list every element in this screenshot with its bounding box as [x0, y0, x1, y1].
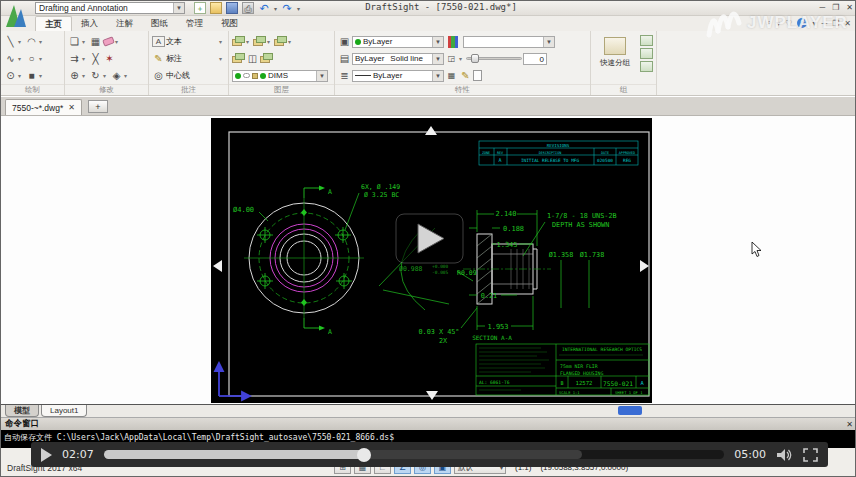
- edit-group-icon[interactable]: [640, 48, 653, 59]
- tab-insert[interactable]: 插入: [72, 16, 107, 31]
- text-dropdown-icon[interactable]: ▾: [219, 38, 225, 45]
- layer-isolate-icon[interactable]: [260, 53, 273, 64]
- layer-preview-icon[interactable]: ◫: [246, 52, 259, 65]
- search-dropdown-icon[interactable]: ▾: [776, 19, 780, 28]
- player-seek-bar[interactable]: [104, 450, 725, 459]
- line-color-dropdown-icon[interactable]: ▼: [432, 37, 443, 47]
- dimension-tool-label[interactable]: 标注: [166, 53, 182, 64]
- video-play-overlay[interactable]: [396, 214, 463, 263]
- ribbon-restore-icon[interactable]: ❐: [832, 19, 839, 28]
- color-picker-icon[interactable]: ▣: [338, 35, 351, 48]
- rotate-tool-icon[interactable]: ↻: [89, 69, 102, 82]
- new-document-tab-button[interactable]: +: [88, 100, 108, 113]
- help-icon[interactable]: ?: [797, 18, 807, 28]
- line-dropdown-icon[interactable]: ▾: [18, 38, 24, 45]
- rectangle-dropdown-icon[interactable]: ▾: [39, 72, 45, 79]
- line-tool-icon[interactable]: ╲: [4, 35, 17, 48]
- transparency-value[interactable]: 0: [523, 53, 547, 65]
- slider-thumb[interactable]: [471, 54, 479, 63]
- move-tool-icon[interactable]: ⊕: [68, 69, 81, 82]
- restore-icon[interactable]: ❐: [832, 3, 839, 13]
- ribbon-minimize-icon[interactable]: ─: [821, 19, 827, 28]
- workspace-selector[interactable]: Drafting and Annotation ▼: [35, 2, 185, 14]
- command-window-close-icon[interactable]: ✕: [846, 420, 853, 429]
- document-tab[interactable]: 7550-~*.dwg* ✕: [5, 99, 82, 115]
- ungroup-icon[interactable]: [640, 35, 653, 46]
- delete-dropdown-icon[interactable]: ▾: [115, 38, 121, 45]
- video-control-bar[interactable]: 02:07 05:00: [31, 442, 828, 467]
- fullscreen-icon[interactable]: [803, 448, 818, 462]
- centerline-tool-label[interactable]: 中心线: [166, 70, 190, 81]
- spline-dropdown-icon[interactable]: ▾: [18, 55, 24, 62]
- offset-dropdown-icon[interactable]: ▾: [82, 55, 88, 62]
- linestyle-dropdown-icon[interactable]: ▼: [432, 54, 443, 64]
- arc-dropdown-icon[interactable]: ▾: [39, 38, 45, 45]
- centerline-tool-icon[interactable]: ◎: [152, 69, 165, 82]
- dimension-dropdown-icon[interactable]: ▾: [219, 55, 225, 62]
- copy-tool-icon[interactable]: ❏: [68, 35, 81, 48]
- hatch-dropdown-icon[interactable]: ▼: [543, 37, 554, 47]
- tab-view[interactable]: 视图: [212, 16, 247, 31]
- tab-sheet[interactable]: 图纸: [142, 16, 177, 31]
- ellipse-dropdown-icon[interactable]: ▾: [39, 55, 45, 62]
- explode-tool-icon[interactable]: ✶: [103, 52, 116, 65]
- tab-model[interactable]: 模型: [5, 405, 39, 417]
- quick-group-label[interactable]: 快速分组: [594, 58, 636, 68]
- layer-state-dropdown-icon[interactable]: ▾: [267, 38, 273, 45]
- annotation-scale-icon[interactable]: ▦: [445, 69, 458, 82]
- layer-combo[interactable]: DIMS ▼: [232, 70, 328, 82]
- print-icon[interactable]: ⎙: [242, 2, 254, 14]
- linetype-icon[interactable]: ≣: [338, 69, 351, 82]
- layer-freeze-state-icon[interactable]: [243, 73, 250, 78]
- tab-home[interactable]: 主页: [35, 16, 72, 31]
- chevron-down-icon[interactable]: ▼: [173, 3, 184, 13]
- player-play-icon[interactable]: [41, 448, 52, 462]
- rectangle-tool-icon[interactable]: ■: [25, 69, 38, 82]
- offset-tool-icon[interactable]: ⇉: [68, 52, 81, 65]
- command-window-titlebar[interactable]: 命令窗口 ✕: [1, 417, 856, 430]
- text-tool-icon[interactable]: A: [152, 36, 165, 47]
- delete-tool-icon[interactable]: [102, 36, 115, 46]
- line-color-combo[interactable]: ByLayer ▼: [352, 36, 444, 48]
- properties-paint-icon[interactable]: ✎: [459, 69, 472, 82]
- layer-manager-dropdown-icon[interactable]: ▾: [246, 38, 252, 45]
- linestyle-combo[interactable]: ByLayer Solid line ▼: [352, 53, 444, 65]
- ribbon-close-icon[interactable]: ✕: [844, 19, 851, 28]
- search-icon[interactable]: ⌕: [767, 18, 771, 28]
- pattern-tool-icon[interactable]: ▦: [89, 35, 102, 48]
- tab-annotate[interactable]: 注解: [107, 16, 142, 31]
- layer-tools-icon[interactable]: [274, 36, 287, 47]
- heart-icon[interactable]: ♡: [785, 19, 792, 28]
- group-manager-icon[interactable]: [640, 61, 653, 72]
- rotate-dropdown-icon[interactable]: ▾: [103, 72, 109, 79]
- text-tool-label[interactable]: 文本: [166, 36, 182, 47]
- tab-layout1[interactable]: Layout1: [41, 405, 87, 417]
- new-file-icon[interactable]: ＋: [194, 2, 206, 14]
- trim-tool-icon[interactable]: ╳: [89, 52, 102, 65]
- layer-freeze-icon[interactable]: [232, 53, 245, 64]
- linetype-dropdown-icon[interactable]: ▼: [432, 71, 443, 81]
- help-dropdown-icon[interactable]: ▾: [812, 19, 816, 28]
- tab-manage[interactable]: 管理: [177, 16, 212, 31]
- arc-tool-icon[interactable]: ◠: [25, 35, 38, 48]
- lineweight-icon[interactable]: ▤: [338, 52, 351, 65]
- close-icon[interactable]: ✕: [846, 3, 853, 13]
- save-icon[interactable]: [226, 2, 238, 14]
- circle-tool-icon[interactable]: ⊙: [4, 69, 17, 82]
- hatch-combo[interactable]: ▼: [463, 36, 555, 48]
- properties-page-icon[interactable]: [473, 70, 482, 81]
- dimension-tool-icon[interactable]: ✎: [152, 52, 165, 65]
- layer-on-icon[interactable]: [235, 73, 241, 79]
- copy-dropdown-icon[interactable]: ▾: [82, 38, 88, 45]
- quick-group-icon[interactable]: [604, 37, 626, 55]
- minimize-icon[interactable]: ─: [819, 3, 825, 13]
- player-seek-knob[interactable]: [357, 448, 371, 462]
- color-bars-icon[interactable]: [448, 36, 458, 48]
- ellipse-tool-icon[interactable]: ○: [25, 52, 38, 65]
- spline-tool-icon[interactable]: ∿: [4, 52, 17, 65]
- transparency-slider[interactable]: [466, 57, 522, 60]
- volume-icon[interactable]: [776, 448, 793, 462]
- layer-lock-icon[interactable]: [252, 73, 258, 79]
- undo-dropdown-icon[interactable]: ▾: [274, 5, 277, 12]
- scale-dropdown-icon[interactable]: ▾: [124, 72, 130, 79]
